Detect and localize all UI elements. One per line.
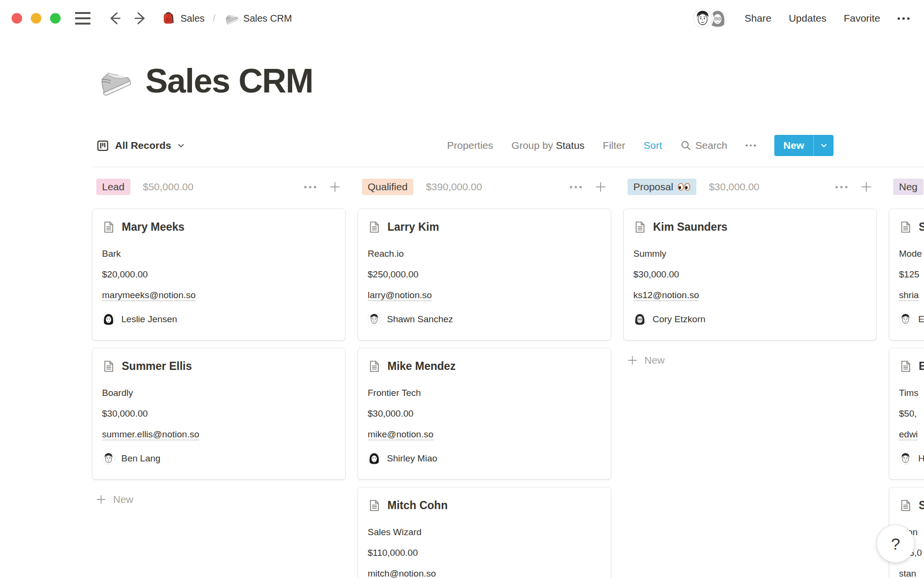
person-name: Leslie Jensen (121, 314, 177, 325)
card-name: Mike Mendez (387, 360, 456, 373)
email-link[interactable]: edwi (899, 429, 918, 440)
card-email: stan (899, 568, 924, 578)
page-icon (368, 360, 381, 373)
person-name: Shirley Miao (387, 453, 437, 464)
record-card[interactable]: Summer Ellis Boardly $30,000.00 summer.e… (92, 348, 345, 479)
page-icon (633, 221, 646, 234)
person-name: H (918, 453, 924, 464)
search-label: Search (695, 140, 728, 151)
card-amount: $250,000.00 (368, 269, 601, 280)
column-options-icon[interactable] (570, 186, 582, 188)
card-company: Tims (899, 387, 924, 399)
card-company: Boardly (102, 387, 335, 399)
record-card[interactable]: Kim Saunders Summly $30,000.00 ks12@noti… (624, 209, 876, 340)
card-amount: $50, (899, 408, 924, 420)
record-card[interactable]: Mike Mendez Frontier Tech $30,000.00 mik… (358, 348, 611, 479)
add-card-label: New (644, 355, 665, 366)
email-link[interactable]: mike@notion.so (368, 429, 434, 440)
breadcrumb-item-sales[interactable]: Sales (162, 12, 205, 25)
add-card-label: New (113, 494, 133, 505)
sidebar-menu-icon[interactable] (75, 12, 90, 25)
card-name: S (919, 499, 924, 512)
status-badge[interactable]: Proposal (628, 179, 696, 195)
card-email: larry@notion.so (368, 289, 601, 301)
history-nav (107, 11, 148, 26)
column-sum: $50,000.00 (143, 181, 193, 193)
favorite-button[interactable]: Favorite (844, 13, 880, 24)
column-header: Neg (889, 173, 924, 200)
search-button[interactable]: Search (680, 140, 728, 151)
email-link[interactable]: stan (899, 568, 916, 578)
more-options-icon[interactable] (898, 17, 910, 20)
view-switcher[interactable]: All Records (96, 139, 185, 152)
forward-arrow-icon[interactable] (133, 11, 148, 26)
page-title[interactable]: Sales CRM (145, 62, 313, 100)
record-card[interactable]: E Tims $50, edwi H (889, 348, 924, 479)
column-sum: $390,000.00 (426, 181, 482, 193)
record-card[interactable]: Mary Meeks Bark $20,000.00 marymeeks@not… (92, 209, 345, 340)
sales-crm-board-page: { "topbar": { "breadcrumb": [ { "label":… (0, 0, 924, 578)
email-link[interactable]: larry@notion.so (368, 290, 432, 301)
record-card[interactable]: S Mode $125 shria E (889, 209, 924, 340)
filter-button[interactable]: Filter (603, 140, 626, 151)
search-icon (680, 140, 691, 151)
card-email: mitch@notion.so (368, 568, 601, 578)
email-link[interactable]: mitch@notion.so (368, 568, 436, 578)
breadcrumb-item-sales-crm[interactable]: Sales CRM (224, 11, 292, 26)
card-company: Mode (899, 248, 924, 260)
card-company: Frontier Tech (368, 387, 601, 399)
group-by-label: Group by (512, 140, 556, 151)
back-arrow-icon[interactable] (107, 11, 122, 26)
email-link[interactable]: shria (899, 290, 919, 301)
sneaker-icon[interactable] (96, 64, 131, 98)
record-card[interactable]: Larry Kim Reach.io $250,000.00 larry@not… (358, 209, 611, 340)
add-card-icon[interactable] (330, 182, 340, 192)
add-card-icon[interactable] (595, 182, 606, 192)
chevron-down-icon (177, 142, 185, 149)
add-card-button[interactable]: New (624, 355, 876, 366)
column-header: Proposal $30,000.00 (624, 173, 876, 200)
board-column-negotiation: Neg S Mode $125 shria E E Tims $50, edwi… (889, 173, 924, 578)
email-link[interactable]: ks12@notion.so (633, 290, 699, 301)
status-badge[interactable]: Lead (96, 179, 130, 195)
column-options-icon[interactable] (835, 186, 847, 188)
page-icon (102, 221, 115, 234)
page-icon (368, 499, 381, 512)
add-card-button[interactable]: New (92, 494, 345, 505)
email-link[interactable]: summer.ellis@notion.so (102, 429, 199, 440)
new-record-dropdown[interactable] (813, 135, 834, 156)
view-options-icon[interactable] (745, 144, 756, 147)
status-badge[interactable]: Qualified (362, 179, 413, 195)
close-window-button[interactable] (12, 13, 22, 24)
zoom-window-button[interactable] (50, 13, 61, 24)
minimize-window-button[interactable] (31, 13, 41, 24)
eyes-icon (678, 182, 691, 192)
new-record-button[interactable]: New (774, 135, 813, 156)
group-by-button[interactable]: Group by Status (512, 140, 585, 151)
sort-button[interactable]: Sort (643, 140, 662, 151)
help-button[interactable]: ? (877, 525, 914, 563)
properties-button[interactable]: Properties (447, 140, 493, 151)
share-button[interactable]: Share (744, 13, 771, 24)
person-avatar (633, 313, 646, 326)
card-amount: $20,000.00 (102, 269, 335, 280)
status-badge[interactable]: Neg (893, 179, 924, 195)
add-card-icon[interactable] (861, 182, 872, 192)
collaborator-avatars (693, 9, 727, 28)
person-avatar (899, 452, 912, 465)
kanban-board: Lead $50,000.00 Mary Meeks Bark $20,000.… (92, 173, 924, 578)
card-name: Summer Ellis (122, 360, 192, 373)
record-card[interactable]: Mitch Cohn Sales Wizard $110,000.00 mitc… (358, 487, 611, 578)
person-name: Shawn Sanchez (387, 314, 453, 325)
email-link[interactable]: marymeeks@notion.so (102, 290, 196, 301)
updates-button[interactable]: Updates (789, 13, 826, 24)
board-view-icon (96, 139, 109, 152)
view-switcher-label: All Records (115, 140, 171, 151)
card-email: ks12@notion.so (633, 289, 867, 301)
column-options-icon[interactable] (304, 186, 316, 188)
collaborator-avatar[interactable] (693, 9, 712, 28)
breadcrumb-separator: / (210, 13, 218, 24)
page-icon (899, 360, 912, 373)
card-amount: $30,000.00 (633, 269, 867, 280)
person-avatar (368, 452, 381, 465)
